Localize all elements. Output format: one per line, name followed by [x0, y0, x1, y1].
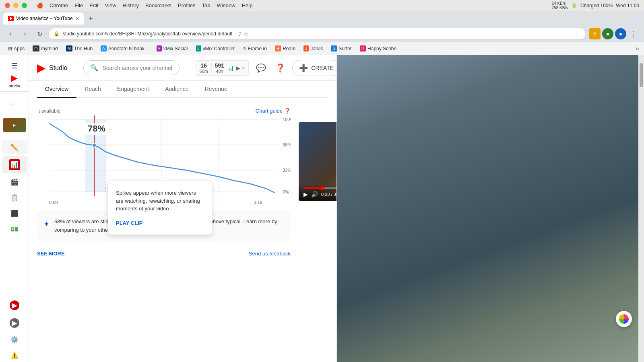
sidebar-item-edit[interactable]: ✏️ [2, 140, 27, 154]
mac-menu-window[interactable]: Window [217, 2, 235, 8]
mac-menu-view[interactable]: View [105, 2, 116, 8]
analytics-tabs: Overview Reach Engagement Audience Reven… [37, 81, 328, 98]
mac-menu-apple[interactable]: 🍎 [37, 2, 43, 8]
bookmark-apps[interactable]: ⊞ Apps [5, 45, 28, 52]
bookmark-roam[interactable]: R Roam [272, 45, 299, 52]
views-stat: 16 60m [199, 62, 208, 74]
mac-menu-history[interactable]: History [123, 2, 139, 8]
floating-colorful-button[interactable] [616, 311, 632, 327]
bookmark-vmix-ctrl[interactable]: v vMix Controller [193, 45, 238, 52]
reload-button[interactable]: ↻ [34, 28, 45, 39]
tab-overview[interactable]: Overview [37, 81, 76, 98]
date-range-display: Aug 20, 2020 – Jan 5, 2022 [299, 106, 336, 112]
maximize-dot[interactable] [22, 3, 27, 8]
sidebar-item-settings[interactable]: ⚙️ [2, 333, 27, 347]
go-live-icon: ▶ [10, 300, 19, 310]
play-pause-button[interactable]: ▶ [303, 191, 308, 197]
scrollbar-thumb[interactable] [640, 63, 643, 87]
extension-action-1[interactable]: Y [589, 28, 601, 39]
header-stats: 16 60m 591 48h 📊 ▶ ≡ [196, 60, 249, 76]
bookmark-mymind[interactable]: m mymind [29, 45, 61, 52]
bookmarks-bar: ⊞ Apps m mymind M The Hub A Annotate.tv … [0, 42, 644, 55]
sidebar-item-analytics[interactable]: 📊 [2, 156, 27, 173]
mac-menu-chrome[interactable]: Chrome [50, 2, 68, 8]
menu-icon[interactable]: ≡ [242, 65, 245, 71]
see-more-button[interactable]: SEE MORE [37, 251, 65, 257]
notifications-button[interactable]: 💬 [254, 61, 268, 75]
new-tab-button[interactable]: + [85, 13, 96, 25]
bookmark-happyscribe[interactable]: H Happy Scribe [357, 45, 400, 52]
bookmark-jarvis[interactable]: J Jarvis [300, 45, 326, 52]
pencil-icon: ✏️ [10, 144, 19, 151]
sidebar-item-go-live-2[interactable]: ▶ [2, 315, 27, 331]
browser-tab-active[interactable]: Video analytics – YouTube × [3, 12, 84, 25]
back-button[interactable]: ‹ [5, 28, 16, 39]
date-range-sub[interactable]: Since published ▾ [299, 113, 336, 119]
tab-audience[interactable]: Audience [157, 81, 196, 98]
extension-action-2[interactable]: ● [602, 28, 613, 39]
bookmark-mymind-label: mymind [41, 46, 58, 51]
volume-button[interactable]: 🔊 [311, 191, 318, 197]
scrollbar-track[interactable] [638, 55, 644, 362]
tab-revenue[interactable]: Revenue [197, 81, 235, 98]
mac-menu-edit[interactable]: Edit [89, 2, 98, 8]
mac-menu-file[interactable]: File [74, 2, 83, 8]
hamburger-menu[interactable]: ☰ [11, 62, 18, 70]
sidebar-item-subtitles[interactable]: ⬛ [2, 206, 27, 220]
mac-menu-help[interactable]: Help [242, 2, 253, 8]
studio-logo[interactable]: ▶ Studio [9, 73, 20, 88]
sidebar-item-go-live[interactable]: ▶ [2, 297, 27, 313]
mac-menu-bookmarks[interactable]: Bookmarks [145, 2, 171, 8]
create-button[interactable]: ➕ CREATE [292, 60, 336, 76]
forward-button[interactable]: › [19, 28, 31, 39]
bookmark-vmix-social[interactable]: v vMix Social [153, 45, 191, 52]
audio-icon[interactable]: ▶ [236, 65, 240, 71]
share-icon[interactable]: ⤴ [239, 31, 242, 37]
surfer-icon: S [331, 45, 337, 51]
mac-menu-tab[interactable]: Tab [202, 2, 210, 8]
bookmarks-more[interactable]: » [636, 45, 639, 52]
sidebar-item-feedback[interactable]: ⚠️ [2, 348, 27, 362]
bookmark-vmix-social-label: vMix Social [163, 46, 188, 51]
sidebar-back-button[interactable]: ← [2, 97, 27, 111]
header-logo[interactable]: ▶ Studio [37, 61, 67, 74]
minimize-dot[interactable] [13, 3, 19, 8]
bookmark-annotate[interactable]: A Annotate.tv book... [97, 45, 152, 52]
main-wrapper: ☰ ▶ Studio ← ▶ ✏️ 📊 🎬 📋 ⬛ 💵 [0, 55, 644, 362]
send-feedback-button[interactable]: Send us feedback [249, 251, 291, 257]
tab-engagement[interactable]: Engagement [109, 81, 157, 98]
tab-close-button[interactable]: × [76, 15, 79, 22]
address-bar[interactable]: 🔒 studio.youtube.com/video/BHq8HTMhzVg/a… [48, 28, 586, 40]
search-input[interactable] [102, 65, 173, 71]
mac-clock: 24 KB/s758 KB/s 🔋 Charged 100% Wed 11:00 [552, 1, 639, 10]
video-progress-bar[interactable] [303, 187, 336, 189]
bookmark-vmix-ctrl-label: vMix Controller [203, 46, 235, 51]
close-dot[interactable] [5, 3, 10, 8]
play-clip-button[interactable]: PLAY CLIP [116, 220, 142, 226]
x-label-2: 3:19 [254, 200, 262, 205]
sidebar-item-revenue[interactable]: 💵 [2, 222, 27, 236]
chart-guide-button[interactable]: Chart guide ❓ [256, 108, 291, 114]
network-stats: 24 KB/s758 KB/s [552, 1, 568, 10]
bar-chart-icon[interactable]: 📊 [227, 65, 234, 71]
date-range-header: Aug 20, 2020 – Jan 5, 2022 Since publish… [299, 106, 336, 119]
extension-action-3[interactable]: ● [615, 28, 626, 39]
tab-reach[interactable]: Reach [76, 81, 109, 98]
bookmark-frameio[interactable]: ↻ Frame.io [240, 45, 270, 52]
mac-menu-profiles[interactable]: Profiles [178, 2, 195, 8]
svg-text:0%: 0% [283, 189, 289, 194]
browser-actions: Y ● ● ⋮ [589, 28, 639, 39]
sidebar-item-comments[interactable]: 📋 [2, 191, 27, 205]
clock: Wed 11:00 [616, 3, 639, 8]
sidebar-item-content[interactable]: 🎬 [2, 175, 27, 189]
bookmark-roam-label: Roam [283, 46, 295, 51]
sidebar-video-thumbnail[interactable]: ▶ [3, 118, 26, 132]
bookmark-icon[interactable]: ☆ [244, 31, 249, 37]
help-button[interactable]: ❓ [273, 61, 287, 75]
extension-action-4[interactable]: ⋮ [628, 28, 639, 39]
bookmark-surfer[interactable]: S Surfer [328, 45, 355, 52]
video-controls: ▶ 🔊 0:28 / 3:19 ⚙ [299, 184, 336, 201]
tab-title: Video analytics – YouTube [16, 16, 73, 21]
search-bar[interactable]: 🔍 [83, 60, 180, 75]
bookmark-thehub[interactable]: M The Hub [63, 45, 96, 52]
